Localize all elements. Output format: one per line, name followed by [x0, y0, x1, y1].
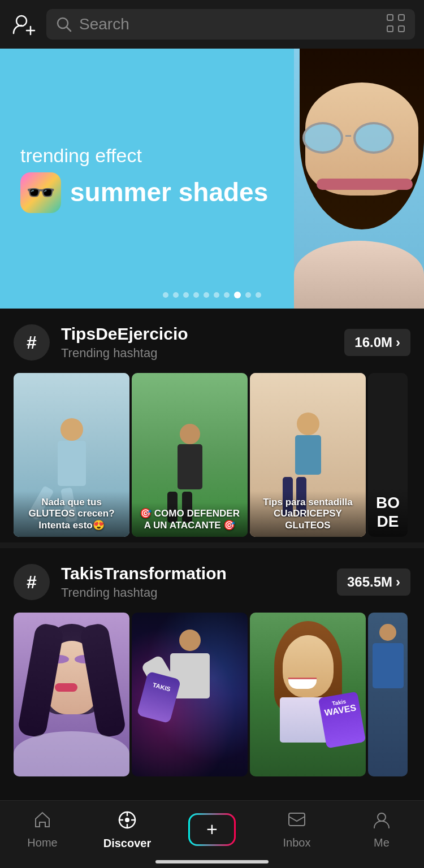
- nav-label-inbox: Inbox: [283, 836, 311, 849]
- svg-line-4: [67, 27, 71, 31]
- search-bar[interactable]: Search: [46, 9, 415, 40]
- svg-rect-8: [399, 26, 404, 32]
- thumb-text-tips-3: Tips para sentadilla CUaDRICEPSY GLuTEOS: [256, 497, 360, 531]
- dot-10: [256, 292, 261, 298]
- effect-icon: 🕶️: [20, 172, 61, 213]
- thumbs-row-takis: TAKIS TakisWAVES: [0, 613, 424, 776]
- video-thumb-tips-3[interactable]: Tips para sentadilla CUaDRICEPSY GLuTEOS: [250, 373, 366, 537]
- dot-5: [204, 292, 209, 298]
- video-thumb-takis-2[interactable]: TAKIS: [132, 613, 248, 776]
- thumb-text-tips-2: 🎯 COMO DEFENDER A UN ATACANTE 🎯: [137, 508, 242, 531]
- nav-label-home: Home: [27, 836, 57, 849]
- search-placeholder: Search: [79, 15, 129, 33]
- search-icon: [55, 16, 72, 33]
- bottom-nav: Home Discover + Inbox: [0, 800, 424, 868]
- svg-point-16: [378, 813, 386, 821]
- inbox-icon: [287, 810, 307, 833]
- dot-2: [173, 292, 179, 298]
- svg-point-0: [16, 16, 27, 26]
- nav-item-discover[interactable]: Discover: [85, 809, 170, 850]
- nav-item-add[interactable]: +: [170, 813, 254, 846]
- hashtag-name-takis: TakisTransformation: [61, 564, 326, 583]
- scan-icon[interactable]: [386, 13, 406, 36]
- hashtag-sub-tips: Trending hashtag: [61, 346, 333, 361]
- add-button[interactable]: +: [188, 813, 236, 846]
- dot-6: [214, 292, 219, 298]
- thumb-text-tips-1: Nada que tus GLUTEOS crecen? Intenta est…: [19, 497, 124, 531]
- banner-effect-name: summer shades: [70, 178, 268, 207]
- dot-9: [245, 292, 251, 298]
- dot-7: [224, 292, 230, 298]
- dot-4: [193, 292, 199, 298]
- discover-icon: [116, 809, 138, 834]
- hashtag-header-tips[interactable]: # TipsDeEjercicio Trending hashtag 16.0M…: [0, 324, 424, 361]
- hashtag-icon-tips: #: [14, 324, 50, 361]
- svg-point-10: [125, 818, 129, 822]
- banner-dots: [0, 292, 424, 298]
- banner-trending-label: trending effect: [20, 145, 296, 167]
- section-divider: [0, 542, 424, 548]
- video-thumb-tips-1[interactable]: Nada que tus GLUTEOS crecen? Intenta est…: [14, 373, 129, 537]
- home-indicator: [155, 860, 269, 863]
- dot-3: [183, 292, 189, 298]
- hashtag-count-tips[interactable]: 16.0M ›: [344, 329, 410, 356]
- nav-item-me[interactable]: Me: [339, 810, 424, 849]
- hashtag-section-takis: # TakisTransformation Trending hashtag 3…: [0, 548, 424, 782]
- svg-rect-6: [399, 15, 404, 20]
- home-icon: [32, 810, 53, 833]
- nav-label-me: Me: [374, 836, 390, 849]
- dot-8: [234, 292, 241, 298]
- hashtag-count-takis[interactable]: 365.5M ›: [337, 568, 410, 596]
- video-thumb-takis-1[interactable]: [14, 613, 129, 776]
- svg-rect-7: [387, 26, 393, 32]
- nav-item-inbox[interactable]: Inbox: [254, 810, 339, 849]
- me-icon: [371, 810, 392, 833]
- hashtag-section-tips: # TipsDeEjercicio Trending hashtag 16.0M…: [0, 309, 424, 542]
- nav-item-home[interactable]: Home: [0, 810, 85, 849]
- banner-content: trending effect 🕶️ summer shades: [0, 49, 317, 309]
- hashtag-header-takis[interactable]: # TakisTransformation Trending hashtag 3…: [0, 564, 424, 600]
- hashtag-info-takis: TakisTransformation Trending hashtag: [61, 564, 326, 600]
- hashtag-info-tips: TipsDeEjercicio Trending hashtag: [61, 324, 333, 361]
- video-thumb-takis-4[interactable]: [368, 613, 408, 776]
- dot-1: [163, 292, 168, 298]
- video-thumb-takis-3[interactable]: TakisWAVES: [250, 613, 366, 776]
- video-thumb-tips-4[interactable]: BODE: [368, 373, 408, 537]
- thumb-text-tips-4: BODE: [374, 493, 402, 531]
- add-friend-button[interactable]: [9, 10, 38, 39]
- top-bar: Search: [0, 0, 424, 49]
- svg-rect-5: [387, 15, 393, 20]
- nav-label-discover: Discover: [103, 837, 152, 850]
- add-icon: +: [206, 818, 218, 840]
- hashtag-name-tips: TipsDeEjercicio: [61, 324, 333, 344]
- svg-rect-15: [289, 813, 305, 826]
- banner-image: [294, 49, 424, 309]
- banner-effect-row: 🕶️ summer shades: [20, 172, 296, 213]
- hashtag-sub-takis: Trending hashtag: [61, 585, 326, 600]
- hashtag-icon-takis: #: [14, 564, 50, 600]
- video-thumb-tips-2[interactable]: 🎯 COMO DEFENDER A UN ATACANTE 🎯: [132, 373, 248, 537]
- trending-banner[interactable]: trending effect 🕶️ summer shades: [0, 49, 424, 309]
- thumbs-row-tips: Nada que tus GLUTEOS crecen? Intenta est…: [0, 373, 424, 537]
